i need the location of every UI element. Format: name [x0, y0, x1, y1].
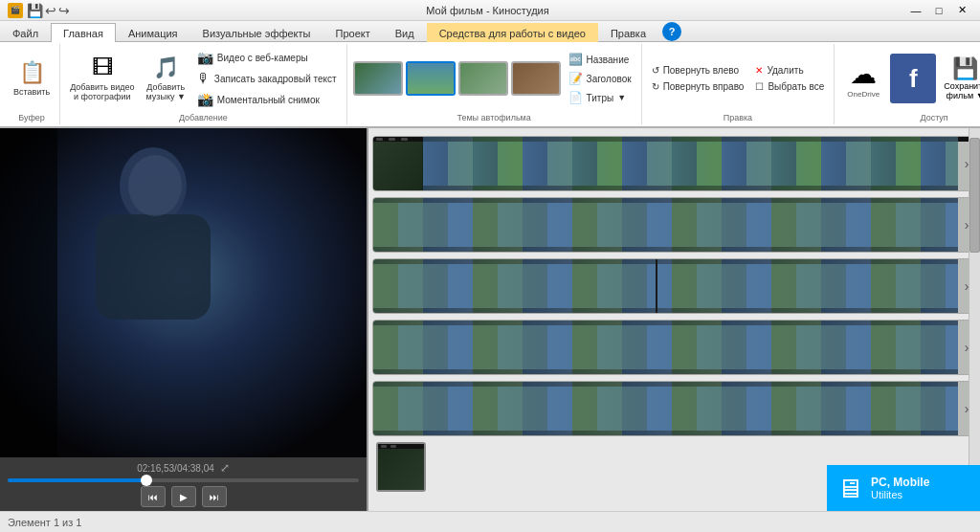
theme-thumb-4[interactable]: [511, 61, 561, 96]
play-button[interactable]: ▶: [171, 486, 196, 507]
tab-edit[interactable]: Правка: [598, 23, 658, 42]
single-frame[interactable]: [376, 442, 426, 492]
scrollbar-thumb[interactable]: [969, 138, 980, 253]
undo-icon[interactable]: ↩: [45, 3, 56, 18]
narration-icon: 🎙: [197, 71, 211, 86]
redo-icon[interactable]: ↪: [58, 3, 70, 18]
track-5-overlay: [373, 387, 958, 431]
progress-bar-container[interactable]: [8, 478, 359, 482]
quick-save-buttons: 💾 ↩ ↪: [27, 3, 70, 18]
tab-video-tools[interactable]: Средства для работы с видео: [427, 23, 598, 42]
watermark-title: PC, Mobile: [871, 476, 929, 489]
select-all-label: Выбрать все: [768, 81, 824, 92]
film-track-2: ›: [372, 197, 976, 253]
track-overlay: [423, 142, 958, 186]
theme-thumb-2[interactable]: [406, 61, 456, 96]
ribbon-group-buffer: 📋 Вставить Буфер: [4, 44, 60, 124]
rotate-left-label: Повернуть влево: [663, 65, 739, 76]
caption-name-button[interactable]: 🔤 Название: [565, 51, 635, 68]
close-button[interactable]: ✕: [951, 0, 972, 21]
vertical-scrollbar[interactable]: [969, 128, 980, 511]
timeline-scroll[interactable]: › ›: [368, 128, 980, 511]
element-count: Элемент 1 из 1: [8, 517, 81, 528]
theme-thumbnails: [353, 61, 561, 96]
rotate-col: ↺ Повернуть влево ↻ Повернуть вправо: [648, 63, 748, 94]
progress-bar-fill: [8, 478, 148, 482]
svg-rect-2: [96, 214, 211, 320]
preview-panel: 02:16,53/04:38,04 ⤢ ⏮ ▶ ⏭: [0, 128, 368, 511]
tab-view[interactable]: Вид: [383, 23, 427, 42]
track-1-frames: ›: [373, 137, 975, 190]
add-music-button[interactable]: 🎵 Добавитьмузыку ▼: [143, 54, 189, 103]
tab-animation[interactable]: Анимация: [116, 23, 190, 42]
insert-button[interactable]: 📋 Вставить: [10, 58, 54, 99]
tab-effects[interactable]: Визуальные эффекты: [190, 23, 323, 42]
theme-thumb-1[interactable]: [353, 61, 403, 96]
caption-credits-label: Титры: [587, 93, 614, 103]
save-icon[interactable]: 💾: [27, 3, 43, 18]
film-track-3: ›: [372, 258, 976, 314]
ribbon-group-access: ☁ OneDrive f 💾 Сохранитьфильм ▼ 👤 Войти …: [835, 44, 980, 124]
track-2-frames-bg: [373, 198, 958, 252]
snapshot-icon: 📸: [197, 92, 213, 107]
tab-file[interactable]: Файл: [0, 23, 51, 42]
time-code: 02:16,53/04:38,04: [137, 463, 214, 474]
rotate-right-label: Повернуть вправо: [663, 81, 745, 92]
webcam-button[interactable]: 📷 Видео с веб-камеры: [193, 48, 341, 67]
access-group-label: Доступ: [840, 111, 980, 122]
snapshot-button[interactable]: 📸 Моментальный снимок: [193, 90, 341, 109]
video-preview: [0, 128, 367, 457]
rotate-left-button[interactable]: ↺ Повернуть влево: [648, 63, 748, 78]
caption-credits-button[interactable]: 📄 Титры ▼: [565, 89, 635, 106]
minimize-button[interactable]: —: [905, 0, 926, 21]
tab-home[interactable]: Главная: [51, 23, 116, 42]
status-bar: Элемент 1 из 1: [0, 511, 980, 532]
track-5-frames-bg: [373, 382, 958, 435]
watermark-subtitle: Utilites: [871, 489, 929, 500]
progress-thumb[interactable]: [141, 475, 152, 486]
track-2-frames: ›: [373, 198, 975, 252]
video-overlay: [0, 128, 367, 457]
film-hole: [381, 445, 387, 448]
svg-point-3: [128, 155, 182, 216]
prev-frame-button[interactable]: ⏮: [141, 486, 166, 507]
select-all-button[interactable]: ☐ Выбрать все: [751, 79, 828, 94]
facebook-button[interactable]: f: [890, 54, 936, 103]
add-video-button[interactable]: 🎞 Добавить видеои фотографии: [66, 54, 138, 103]
webcam-label: Видео с веб-камеры: [217, 53, 308, 63]
captions-col: 🔤 Название 📝 Заголовок 📄 Титры ▼: [565, 51, 635, 106]
save-film-button[interactable]: 💾 Сохранитьфильм ▼: [940, 53, 980, 104]
film-hole: [376, 138, 383, 141]
delete-button[interactable]: ✕ Удалить: [751, 63, 828, 78]
svg-rect-4: [0, 128, 57, 457]
onedrive-button[interactable]: ☁ OneDrive: [840, 54, 886, 103]
caption-name-icon: 🔤: [568, 53, 583, 66]
next-frame-button[interactable]: ⏭: [202, 486, 227, 507]
timeline-panel: › ›: [368, 128, 980, 511]
app-icon: 🎬: [8, 3, 23, 18]
track-frames-repeat: [423, 137, 958, 190]
title-bar-left: 🎬 💾 ↩ ↪: [8, 3, 70, 18]
save-film-icon: 💾: [952, 56, 978, 81]
single-frame-notch: [378, 444, 424, 449]
caption-credits-icon: 📄: [568, 91, 583, 104]
rotate-left-icon: ↺: [652, 65, 659, 76]
expand-icon[interactable]: ⤢: [220, 461, 230, 475]
tab-project[interactable]: Проект: [323, 23, 382, 42]
watermark-text: PC, Mobile Utilites: [871, 476, 929, 500]
delete-col: ✕ Удалить ☐ Выбрать все: [751, 63, 828, 94]
add-music-label: Добавитьмузыку ▼: [146, 82, 186, 101]
save-film-label: Сохранитьфильм ▼: [944, 81, 980, 100]
help-button[interactable]: ?: [662, 22, 681, 41]
edit-content: ↺ Повернуть влево ↻ Повернуть вправо ✕ У…: [648, 46, 829, 111]
buffer-group-label: Буфер: [10, 111, 54, 122]
narration-button[interactable]: 🎙 Записать закадровый текст: [193, 69, 341, 88]
add-content: 🎞 Добавить видеои фотографии 🎵 Добавитьм…: [66, 46, 340, 111]
facebook-icon: f: [909, 64, 918, 94]
rotate-right-button[interactable]: ↻ Повернуть вправо: [648, 79, 748, 94]
maximize-button[interactable]: □: [928, 0, 949, 21]
narration-label: Записать закадровый текст: [214, 74, 337, 84]
theme-thumb-3[interactable]: [458, 61, 508, 96]
caption-header-button[interactable]: 📝 Заголовок: [565, 70, 635, 87]
track-3-notch-bottom: [373, 308, 958, 313]
